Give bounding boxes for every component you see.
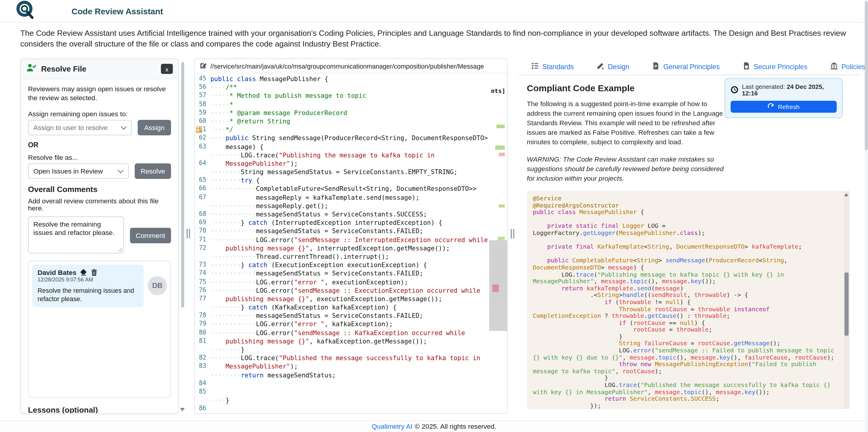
minimap-viewport[interactable]	[489, 240, 507, 331]
scroll-up-arrow-icon[interactable]	[844, 193, 848, 196]
code-row: 61····*/	[195, 125, 507, 134]
code-row: 67 messageReply = kafkaTemplate.send(mes…	[195, 193, 507, 201]
overall-comments-description: Add overall review comments about this f…	[28, 197, 171, 211]
qualimetry-link[interactable]: Qualimetry AI	[372, 423, 412, 430]
example-code-block[interactable]: @Service@RequiredArgsConstructorpublic c…	[527, 191, 850, 409]
example-code-row: message to kafka topic", rootCause);	[533, 368, 844, 375]
file-p-icon: P	[652, 62, 660, 71]
example-code-row: }	[533, 375, 844, 382]
minimap[interactable]: nts]	[489, 89, 507, 413]
example-code-row: LoggerFactory.getLogger(MessagePublisher…	[533, 230, 844, 236]
code-row: 79············LOG.error("error ", kafkaE…	[195, 320, 507, 328]
example-code-row: Throwable rootCause = throwable instance…	[533, 306, 844, 312]
code-row: 45public class MessagePublisher {	[195, 75, 507, 83]
example-code-row: throw new MessagePublishingException("Fa…	[533, 361, 844, 368]
line-number: 59	[195, 109, 210, 117]
code-row: ············messageReply.get();	[195, 202, 507, 210]
footer: Qualimetry AI © 2025. All rights reserve…	[0, 421, 868, 432]
last-generated-label: Last generated:	[742, 84, 785, 90]
example-code-row: CompletionException ? throwable.getCause…	[533, 312, 844, 319]
example-code-row: DocumentResponseDTO> message) {	[533, 264, 844, 271]
edit-comment-icon[interactable]	[80, 269, 87, 276]
copyright-text: © 2025. All rights reserved.	[415, 423, 496, 430]
comment-marker-icon[interactable]	[196, 126, 202, 133]
refresh-button[interactable]: Refresh	[731, 101, 837, 113]
resolve-file-panel: Resolve File x Reviewers may assign open…	[20, 58, 179, 414]
assign-button[interactable]: Assign	[138, 120, 171, 135]
comment-button[interactable]: Comment	[130, 228, 171, 243]
line-number: 60	[195, 117, 210, 125]
code-row: 84	[195, 379, 507, 387]
pen-ruler-icon	[596, 62, 604, 71]
minimap-mark	[496, 125, 505, 128]
line-number: 68	[195, 210, 210, 218]
code-row: 64 MessagePublisher");	[195, 159, 507, 168]
code-row: ········String messageSendStatus = Servi…	[195, 168, 507, 176]
tab-design[interactable]: Design	[592, 60, 633, 75]
code-row: ········}	[195, 345, 507, 353]
line-number	[195, 303, 210, 311]
code-area[interactable]: 45public class MessagePublisher {56····/…	[195, 73, 507, 413]
close-panel-button[interactable]: x	[161, 64, 173, 74]
example-code-scrollbar[interactable]	[844, 192, 849, 408]
review-panel: StandardsDesignPGeneral PrinciplesSecure…	[519, 58, 859, 414]
tab-policies[interactable]: Policies	[826, 60, 868, 75]
line-number: 82	[195, 353, 210, 362]
code-row: 83 MessagePublisher");	[195, 362, 507, 371]
example-code-row: LOG.error("sendMessage :: Failed to publ…	[533, 347, 844, 354]
line-number: 45	[195, 75, 210, 83]
code-row: 66············CompletableFuture<SendResu…	[195, 184, 507, 193]
example-code-row: });	[533, 402, 844, 409]
resolve-panel-title: Resolve File	[41, 64, 161, 73]
scrollbar-thumb[interactable]	[181, 62, 184, 308]
delete-comment-icon[interactable]	[91, 269, 98, 276]
line-number: 65	[195, 176, 210, 184]
line-number	[195, 150, 210, 159]
tab-general-principles[interactable]: PGeneral Principles	[648, 60, 724, 75]
tabs: StandardsDesignPGeneral PrinciplesSecure…	[519, 58, 859, 75]
code-row: ····}	[195, 396, 507, 404]
example-code-row	[533, 251, 844, 257]
overall-comment-input[interactable]: Resolve the remaining issues and refacto…	[28, 216, 124, 253]
line-number: 69	[195, 218, 210, 227]
resolve-button[interactable]: Resolve	[135, 163, 171, 179]
assign-user-select[interactable]: Assign to user to resolve	[28, 120, 132, 135]
code-row: 73········} catch (ExecutionException ex…	[195, 261, 507, 269]
example-warning: WARNING: The Code Review Assistant can m…	[527, 154, 728, 183]
code-review-assistant-app: Code Review Assistant The Code Review As…	[0, 0, 868, 432]
code-row: ········return messageSendStatus;	[195, 371, 507, 379]
line-number: 76	[195, 286, 210, 294]
right-split-handle[interactable]	[511, 229, 516, 238]
left-panel-scrollbar[interactable]	[181, 58, 185, 414]
scroll-down-arrow-icon[interactable]	[180, 408, 185, 411]
comment-text: Resolve the remaining issues and refacto…	[37, 286, 138, 303]
resolve-as-label: Resolve file as...	[28, 153, 171, 161]
chevron-down-icon	[118, 167, 124, 173]
tab-secure-principles[interactable]: Secure Principles	[738, 60, 811, 75]
line-number	[195, 396, 210, 404]
line-number: 78	[195, 312, 210, 320]
code-editor-panel: //service/src/main/java/uk/co/msa/groupc…	[194, 58, 508, 414]
line-number: 73	[195, 261, 210, 269]
resolve-description: Reviewers may assign open issues or reso…	[28, 85, 171, 102]
code-row: ············Thread.currentThread().inter…	[195, 252, 507, 261]
resolve-as-select[interactable]: Open Issues in Review	[28, 163, 129, 179]
minimap-mark	[499, 153, 505, 156]
scrollbar-thumb[interactable]	[844, 272, 849, 336]
page-scrollbar[interactable]	[864, 0, 868, 432]
edit-path-icon[interactable]	[199, 60, 207, 71]
avatar: DB	[148, 276, 167, 295]
minimap-text: nts]	[491, 88, 505, 94]
line-number: 72	[195, 244, 210, 252]
scrollbar-thumb[interactable]	[864, 1, 868, 150]
example-code-row: @Service	[533, 195, 844, 202]
app-header: Code Review Assistant	[0, 0, 868, 23]
tab-standards[interactable]: Standards	[527, 60, 578, 75]
clock-icon	[731, 86, 738, 94]
code-row: 63 message) {	[195, 142, 507, 150]
file-path-bar: //service/src/main/java/uk/co/msa/groupc…	[195, 59, 507, 73]
minimap-mark	[495, 145, 505, 150]
left-split-handle[interactable]	[187, 229, 191, 238]
line-number: 80	[195, 328, 210, 337]
code-row: 59·····* @param message ProducerRecord	[195, 109, 507, 117]
